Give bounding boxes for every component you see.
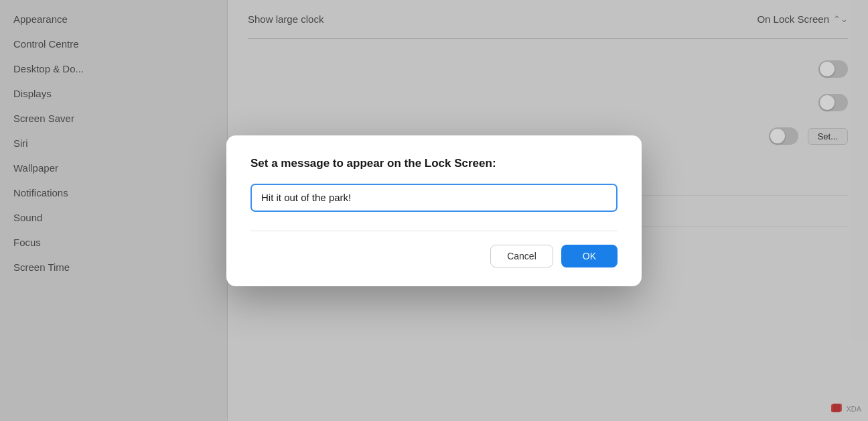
lock-screen-message-input[interactable] [261, 192, 607, 203]
cancel-button[interactable]: Cancel [490, 245, 553, 267]
dialog-divider [250, 231, 618, 231]
dialog: Set a message to appear on the Lock Scre… [226, 135, 642, 286]
dialog-buttons: Cancel OK [250, 245, 618, 267]
ok-button[interactable]: OK [561, 245, 618, 267]
dialog-input-wrapper[interactable] [250, 184, 618, 212]
dialog-title: Set a message to appear on the Lock Scre… [250, 157, 618, 170]
dialog-overlay: Set a message to appear on the Lock Scre… [0, 0, 868, 421]
